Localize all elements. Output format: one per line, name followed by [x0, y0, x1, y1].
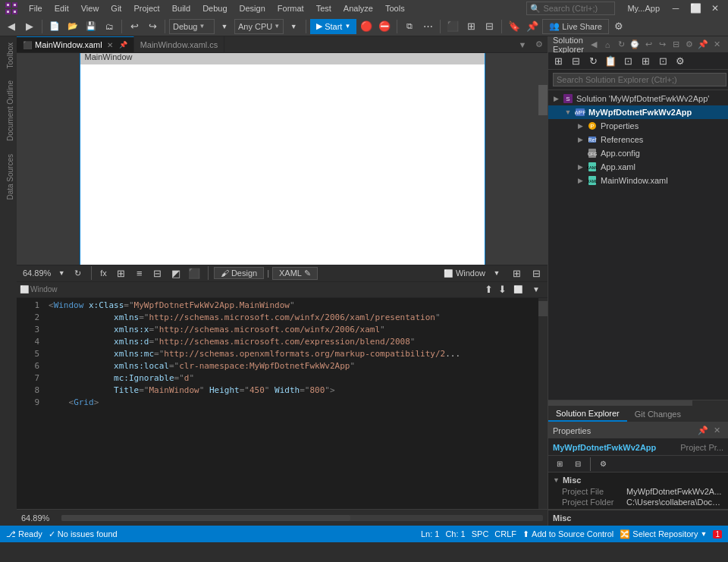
platform-dropdown[interactable]: Any CPU ▼ — [234, 19, 284, 34]
grid-btn-5[interactable]: ⬛ — [186, 265, 202, 281]
props-close-btn[interactable]: ✕ — [710, 424, 723, 438]
document-outline-label[interactable]: Document Outline — [0, 74, 17, 147]
tree-references[interactable]: ▶ Ref References — [548, 133, 728, 146]
se-tb-5[interactable]: ⊡ — [620, 53, 636, 70]
notification-btn[interactable]: 1 — [713, 530, 722, 538]
props-pin-btn[interactable]: 📌 — [696, 424, 710, 438]
tab-mainwindow-cs[interactable]: MainWindow.xaml.cs — [134, 36, 225, 52]
menu-git[interactable]: Git — [105, 2, 127, 14]
tab-settings-button[interactable]: ⚙ — [531, 36, 548, 53]
tab-mainwindow-xaml[interactable]: ⬛ MainWindow.xaml ✕ 📌 — [17, 36, 134, 52]
select-repo-btn[interactable]: 🔀 Select Repository ▼ — [620, 529, 707, 539]
grid-btn-2[interactable]: ≡ — [131, 265, 148, 281]
live-share-button[interactable]: 👥 Live Share — [542, 19, 609, 34]
se-nav-back-btn[interactable]: ◀ — [587, 38, 601, 52]
toolbox-label[interactable]: Toolbox — [0, 36, 17, 74]
tab-git-changes[interactable]: Git Changes — [627, 406, 689, 422]
toolbar-btn-10[interactable]: ⊟ — [481, 18, 497, 35]
toolbar-btn-7[interactable]: ⋯ — [419, 18, 436, 35]
search-box[interactable]: 🔍 — [526, 2, 615, 15]
se-history-btn[interactable]: ⌚ — [628, 38, 642, 52]
status-git[interactable]: ⎇ Ready — [6, 529, 42, 539]
se-tb-7[interactable]: ⊡ — [654, 53, 671, 70]
source-control-btn[interactable]: ⬆ Add to Source Control — [522, 529, 613, 539]
back-button[interactable]: ◀ — [3, 18, 20, 35]
se-redo-btn[interactable]: ↪ — [655, 38, 669, 52]
se-refresh-btn[interactable]: ↻ — [614, 38, 628, 52]
new-project-button[interactable]: 📄 — [46, 18, 63, 35]
toolbar-btn-9[interactable]: ⊞ — [463, 18, 479, 35]
se-tb-8[interactable]: ⚙ — [672, 53, 689, 70]
se-undo-btn[interactable]: ↩ — [642, 38, 655, 52]
scrollbar-thumb[interactable] — [538, 85, 548, 115]
se-settings-btn[interactable]: ⚙ — [682, 38, 696, 52]
se-tb-2[interactable]: ⊟ — [567, 53, 584, 70]
se-tb-6[interactable]: ⊞ — [637, 53, 654, 70]
menu-project[interactable]: Project — [127, 2, 165, 14]
tab-pin-xaml[interactable]: 📌 — [119, 41, 127, 49]
design-button[interactable]: 🖌 Design — [214, 267, 264, 279]
menu-file[interactable]: File — [23, 2, 49, 14]
code-extra-btn[interactable]: ▼ — [528, 281, 544, 298]
menu-design[interactable]: Design — [234, 2, 271, 14]
misc-expand-icon[interactable]: ▼ — [553, 476, 560, 484]
menu-tools[interactable]: Tools — [379, 2, 411, 14]
tree-app-config[interactable]: ▶ CFG App.config — [548, 146, 728, 160]
tree-mainwindow-xaml[interactable]: ▶ XAML MainWindow.xaml — [548, 174, 728, 187]
se-close-btn[interactable]: ✕ — [710, 38, 723, 52]
designer-settings-btn[interactable]: ⊞ — [508, 265, 525, 281]
data-sources-label[interactable]: Data Sources — [0, 148, 17, 206]
platform-expand-button[interactable]: ▼ — [285, 18, 302, 35]
menu-test[interactable]: Test — [310, 2, 337, 14]
code-editor-text[interactable]: <Window x:Class="MyWpfDotnetFwkWv2App.Ma… — [42, 298, 538, 510]
menu-format[interactable]: Format — [271, 2, 310, 14]
grid-btn-4[interactable]: ◩ — [168, 265, 184, 281]
designer-canvas[interactable]: MainWindow — [80, 53, 485, 265]
redo-button[interactable]: ↪ — [144, 18, 161, 35]
xaml-button[interactable]: XAML ✎ — [272, 267, 318, 280]
designer-scrollbar[interactable] — [538, 70, 548, 265]
app-xaml-expand[interactable]: ▶ — [574, 161, 586, 173]
se-tb-1[interactable]: ⊞ — [550, 53, 566, 70]
se-h-scrollbar[interactable] — [548, 400, 728, 406]
se-pin-btn[interactable]: 📌 — [696, 38, 710, 52]
code-scrollbar[interactable] — [538, 298, 548, 510]
menu-build[interactable]: Build — [166, 2, 196, 14]
refresh-btn[interactable]: ↻ — [69, 265, 86, 281]
open-button[interactable]: 📂 — [64, 18, 81, 35]
forward-button[interactable]: ▶ — [21, 18, 38, 35]
grid-btn-3[interactable]: ⊟ — [149, 265, 166, 281]
solution-expand[interactable]: ▶ — [550, 93, 562, 105]
menu-analyze[interactable]: Analyze — [337, 2, 379, 14]
tree-solution[interactable]: ▶ S Solution 'MyWpfDotnetFwkWv2App' — [548, 92, 728, 105]
zoom-dropdown-btn[interactable]: ▼ — [57, 265, 66, 281]
properties-expand[interactable]: ▶ — [574, 120, 586, 132]
mainwindow-expand[interactable]: ▶ — [574, 174, 586, 187]
window-expand-btn[interactable]: ▼ — [488, 265, 505, 281]
se-tb-3[interactable]: ↻ — [585, 53, 601, 70]
undo-button[interactable]: ↩ — [126, 18, 143, 35]
attach-button[interactable]: 🔴 — [358, 18, 375, 35]
minimize-button[interactable]: ─ — [666, 0, 686, 17]
props-tb-2[interactable]: ⊟ — [570, 456, 586, 473]
bookmark-button[interactable]: 🔖 — [506, 18, 522, 35]
tree-properties[interactable]: ▶ P Properties — [548, 119, 728, 133]
se-home-btn[interactable]: ⌂ — [601, 38, 614, 52]
config-expand-button[interactable]: ▼ — [216, 18, 233, 35]
tab-solution-explorer[interactable]: Solution Explorer — [548, 406, 627, 422]
code-scrollbar-thumb[interactable] — [538, 301, 548, 316]
pin-button[interactable]: 📌 — [524, 18, 541, 35]
se-filter-btn[interactable]: ⊟ — [669, 38, 682, 52]
toolbar-btn-6[interactable]: ⧉ — [401, 18, 418, 35]
props-tb-1[interactable]: ⊞ — [551, 456, 568, 473]
ext-button[interactable]: ⚙ — [610, 18, 627, 35]
save-all-button[interactable]: 🗂 — [101, 18, 118, 35]
debug-config-dropdown[interactable]: Debug ▼ — [169, 19, 215, 34]
designer-pin-btn[interactable]: ⊟ — [528, 265, 544, 281]
toolbar-btn-8[interactable]: ⬛ — [444, 18, 461, 35]
se-tb-4[interactable]: 📋 — [602, 53, 619, 70]
menu-debug[interactable]: Debug — [196, 2, 233, 14]
se-search-input[interactable] — [553, 73, 726, 86]
tree-app-xaml[interactable]: ▶ XAML App.xaml — [548, 160, 728, 174]
grid-btn-1[interactable]: ⊞ — [113, 265, 130, 281]
